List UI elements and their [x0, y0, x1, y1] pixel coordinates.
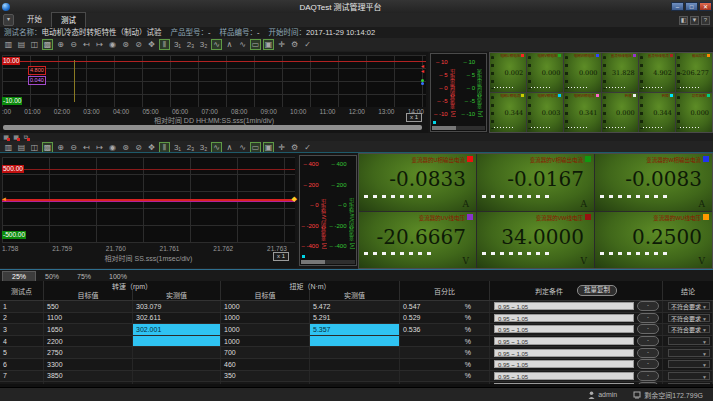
mini-display[interactable]: 电网U相电流0.344: [490, 93, 526, 132]
cell-torque-actual[interactable]: [310, 359, 400, 370]
condition-input[interactable]: 0.95 ~ 1.05: [494, 302, 634, 310]
cell-speed-target[interactable]: 550: [44, 301, 133, 312]
trend-scale-button[interactable]: x 1: [406, 113, 422, 122]
cell-speed-actual[interactable]: 302.611: [133, 313, 221, 324]
tab-测试[interactable]: 测试: [51, 12, 86, 27]
zoom-x-icon[interactable]: ⊛: [120, 39, 131, 50]
condition-input[interactable]: 0.95 ~ 1.05: [494, 360, 634, 368]
close-button[interactable]: ✕: [699, 2, 712, 11]
eye-icon[interactable]: ◉: [107, 39, 118, 50]
condition-input[interactable]: 0.95 ~ 1.05: [494, 372, 634, 380]
quick-access-button[interactable]: ▾: [3, 14, 14, 26]
digital-display[interactable]: 变流器的UV线电压-20.6667V: [359, 212, 476, 269]
zoom-out-icon[interactable]: ⊖: [68, 39, 79, 50]
trend-chart[interactable]: 10.00 -10.00 4.800 0.040 ◄◄ :0001:0002:0…: [0, 52, 428, 133]
cell-torque-actual[interactable]: [310, 336, 400, 347]
copy-view-icon[interactable]: ⧉: [22, 133, 30, 141]
cell-speed-actual[interactable]: [133, 347, 221, 358]
condition-minus-button[interactable]: -: [637, 359, 659, 369]
axis-panel-scrollbar[interactable]: [301, 260, 355, 264]
mini-display[interactable]: 直流母线电压31.828: [602, 53, 638, 92]
digits-up-icon[interactable]: 2₃: [185, 39, 196, 50]
condition-minus-button[interactable]: -: [637, 324, 659, 334]
mini-display[interactable]: 转速0.000: [602, 93, 638, 132]
condition-minus-button[interactable]: -: [637, 301, 659, 311]
mini-display[interactable]: 转矩0.344: [639, 93, 675, 132]
cell-speed-actual[interactable]: [133, 336, 221, 347]
condition-minus-button[interactable]: -: [637, 371, 659, 381]
cell-speed-actual[interactable]: 303.079: [133, 301, 221, 312]
condition-minus-button[interactable]: -: [637, 313, 659, 323]
digits-columns-icon[interactable]: ⫴: [159, 39, 170, 50]
cell-torque-target[interactable]: 460: [221, 359, 310, 370]
help-icon[interactable]: ?: [701, 16, 710, 25]
cell-torque-target[interactable]: 350: [221, 371, 310, 382]
cell-torque-target[interactable]: 1000: [221, 313, 310, 324]
tab-50%[interactable]: 50%: [36, 272, 68, 281]
cell-torque-actual[interactable]: 5.357: [310, 324, 400, 335]
cell-speed-target[interactable]: 1650: [44, 324, 133, 335]
mini-display[interactable]: 输出功率-206.277: [676, 53, 712, 92]
digital-display[interactable]: 变流器的W相输出电流-0.0083A: [595, 154, 712, 211]
save-icon[interactable]: ▼: [690, 16, 699, 25]
condition-minus-button[interactable]: -: [637, 336, 659, 346]
tab-75%[interactable]: 75%: [68, 272, 100, 281]
cell-torque-actual[interactable]: 5.291: [310, 313, 400, 324]
result-dropdown[interactable]: 不符合要求▼: [668, 302, 710, 310]
wave-icon[interactable]: ∿: [211, 39, 222, 50]
peak-icon[interactable]: ∧: [224, 39, 235, 50]
result-dropdown[interactable]: ▼: [668, 337, 710, 345]
cell-torque-actual[interactable]: [310, 347, 400, 358]
result-dropdown[interactable]: ▼: [668, 360, 710, 368]
pan-right-icon[interactable]: ↦: [94, 39, 105, 50]
mini-display[interactable]: 电网W相电流0.341: [564, 93, 600, 132]
window-icon[interactable]: ▭: [250, 39, 261, 50]
cell-speed-target[interactable]: 3850: [44, 371, 133, 382]
smooth-wave-icon[interactable]: ∿: [237, 39, 248, 50]
zoom-in-icon[interactable]: ⊕: [55, 39, 66, 50]
trend-h-scrollbar[interactable]: [3, 125, 422, 130]
digits-mix-icon[interactable]: 3₂: [198, 39, 209, 50]
cell-speed-target[interactable]: 2750: [44, 347, 133, 358]
mini-display[interactable]: 直流母线电流4.902: [639, 53, 675, 92]
result-dropdown[interactable]: 不符合要求▼: [668, 325, 710, 333]
layout-icon[interactable]: ◧: [679, 16, 688, 25]
condition-input[interactable]: 0.95 ~ 1.05: [494, 349, 634, 357]
minimize-button[interactable]: –: [671, 2, 684, 11]
scope-scale-button[interactable]: x 1: [273, 252, 289, 261]
cross-icon[interactable]: ✛: [276, 39, 287, 50]
layout-split-icon[interactable]: ◫: [29, 39, 40, 50]
cell-speed-target[interactable]: 3300: [44, 359, 133, 370]
result-dropdown[interactable]: ▼: [668, 372, 710, 380]
digital-display[interactable]: 变流器的VW线电压34.0000V: [477, 212, 594, 269]
result-dropdown[interactable]: ▼: [668, 349, 710, 357]
cell-torque-actual[interactable]: [310, 371, 400, 382]
condition-input[interactable]: 0.95 ~ 1.05: [494, 325, 634, 333]
grid-icon[interactable]: ▤: [16, 39, 27, 50]
digital-display[interactable]: 变流器的V相输出电流-0.0167A: [477, 154, 594, 211]
chart-style-icon[interactable]: ▥: [3, 39, 14, 50]
settings-gear-icon[interactable]: ⚙: [289, 39, 300, 50]
cell-torque-target[interactable]: 1000: [221, 336, 310, 347]
cell-torque-target[interactable]: 1000: [221, 301, 310, 312]
chart-record2-icon[interactable]: ▦: [12, 133, 20, 141]
cell-speed-target[interactable]: 1100: [44, 313, 133, 324]
cell-torque-target[interactable]: 700: [221, 347, 310, 358]
condition-minus-button[interactable]: -: [637, 348, 659, 358]
confirm-check-icon[interactable]: ✓: [302, 39, 313, 50]
batch-copy-button[interactable]: 批量复制: [577, 285, 617, 296]
scope-plot-area[interactable]: 500.00 -500.00 ◆ ◄: [2, 157, 295, 243]
mini-display[interactable]: 电网V相电流0.003: [527, 93, 563, 132]
cell-speed-actual[interactable]: [133, 359, 221, 370]
mini-display[interactable]: 电网V相电压0.000: [527, 53, 563, 92]
maximize-button[interactable]: □: [685, 2, 698, 11]
scope-axis-panel[interactable]: 4002000-200-400[V] 变流器的UV线电压4002000-200-…: [299, 155, 357, 266]
move-icon[interactable]: ✥: [146, 39, 157, 50]
trend-axis-panel[interactable]: 1050-5-10[V] 变流器的输出电压1050-5-10[A] 变流器的输出…: [430, 53, 487, 132]
digits-down-icon[interactable]: 3₁: [172, 39, 183, 50]
mini-display[interactable]: 电网U相电压0.002: [490, 53, 526, 92]
cell-speed-actual[interactable]: [133, 371, 221, 382]
zoom-y-icon[interactable]: ⊘: [133, 39, 144, 50]
digital-display[interactable]: 变流器的WU线电压0.2500V: [595, 212, 712, 269]
pan-left-icon[interactable]: ↤: [81, 39, 92, 50]
